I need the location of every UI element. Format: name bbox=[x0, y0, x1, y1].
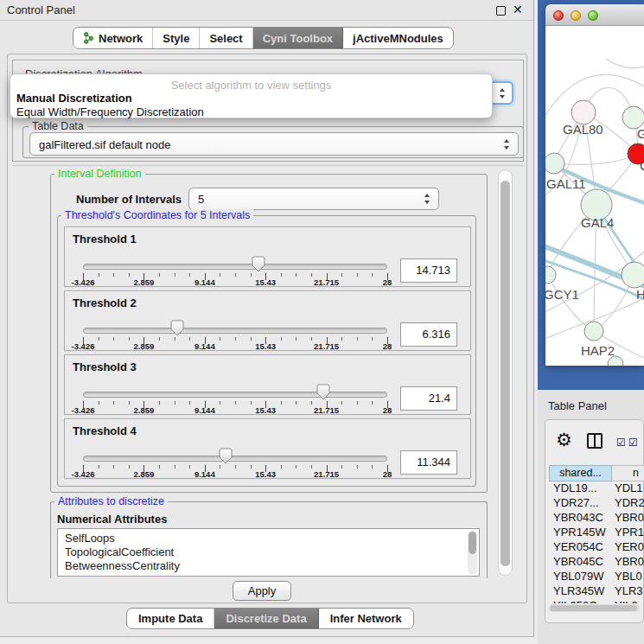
menu-item-equal-width-frequency[interactable]: Equal Width/Frequency Discretization bbox=[16, 105, 204, 118]
tab-infer-network[interactable]: Infer Network bbox=[319, 609, 413, 628]
table-data-legend: Table Data bbox=[29, 120, 87, 132]
float-window-icon[interactable] bbox=[496, 6, 506, 16]
bottom-tabbar: Impute Data Discretize Data Infer Networ… bbox=[126, 608, 414, 629]
number-of-intervals-combobox[interactable]: 5 bbox=[188, 188, 439, 210]
list-item[interactable]: TopologicalCoefficient bbox=[65, 545, 174, 558]
column-header-shared-name[interactable]: shared... bbox=[549, 465, 612, 481]
interval-definition-fieldset: Interval Definition Number of Intervals … bbox=[50, 174, 488, 493]
table-row[interactable]: YPR145WYPR1 bbox=[549, 526, 644, 540]
screen: Control Panel ✕ Network Style Select Cyn… bbox=[0, 0, 644, 644]
gear-icon[interactable]: ⚙ bbox=[556, 430, 572, 449]
tab-discretize-data[interactable]: Discretize Data bbox=[214, 609, 318, 628]
close-traffic-light-icon[interactable] bbox=[553, 10, 564, 21]
threshold-1-slider-track[interactable] bbox=[83, 264, 387, 270]
list-item[interactable]: BetweennessCentrality bbox=[65, 559, 180, 572]
threshold-1-box: Threshold 1 -3.426 2.859 9.144 15.43 bbox=[64, 226, 471, 287]
table-row[interactable]: YDL19...YDL1 bbox=[549, 481, 644, 496]
thresholds-fieldset: Threshold's Coordinates for 5 Intervals … bbox=[57, 215, 476, 487]
checkbox-icon[interactable]: ☑ bbox=[616, 437, 626, 449]
minimize-traffic-light-icon[interactable] bbox=[571, 10, 581, 21]
network-window-titlebar[interactable] bbox=[545, 4, 644, 26]
threshold-1-slider-thumb[interactable] bbox=[252, 256, 265, 273]
node-label-partial-ga: GA bbox=[637, 126, 644, 141]
numerical-attributes-label: Numerical Attributes bbox=[57, 513, 167, 526]
threshold-2-value-field[interactable]: 6.316 bbox=[400, 322, 457, 347]
window-title: Control Panel bbox=[7, 3, 75, 16]
threshold-2-slider-track[interactable] bbox=[83, 328, 387, 334]
threshold-3-value-field[interactable]: 21.4 bbox=[400, 386, 457, 411]
table-data-combobox[interactable]: galFiltered.sif default node bbox=[29, 132, 519, 156]
network-view-window: GAL80 GA C GAL11 GAL4 GCY1 H HAP2 bbox=[538, 0, 644, 390]
threshold-3-slider-thumb[interactable] bbox=[316, 384, 330, 401]
combo-spinner-icon[interactable] bbox=[500, 88, 506, 99]
table-row[interactable]: YDR27...YDR2 bbox=[549, 496, 644, 511]
threshold-2-slider-thumb[interactable] bbox=[170, 320, 184, 337]
threshold-4-slider-thumb[interactable] bbox=[219, 448, 233, 465]
panel-tabbar: Network Style Select Cyni Toolbox jActiv… bbox=[73, 27, 454, 49]
attributes-fieldset: Attributes to discretize Numerical Attri… bbox=[50, 501, 488, 578]
table-horizontal-scrollbar[interactable] bbox=[549, 604, 640, 612]
node-label-gal80: GAL80 bbox=[563, 122, 603, 137]
threshold-1-value-field[interactable]: 14.713 bbox=[400, 258, 457, 283]
network-node-gcy1[interactable] bbox=[545, 266, 556, 284]
node-label-hap2: HAP2 bbox=[581, 343, 615, 358]
node-label-gcy1: GCY1 bbox=[545, 287, 579, 302]
interval-definition-legend: Interval Definition bbox=[54, 168, 145, 180]
algorithm-dropdown-popup: Select algorithm to view settings Manual… bbox=[10, 73, 493, 118]
list-scrollbar[interactable] bbox=[468, 531, 477, 575]
control-panel-window: Control Panel ✕ Network Style Select Cyn… bbox=[0, 0, 534, 637]
node-label-h: H bbox=[636, 287, 644, 302]
zoom-traffic-light-icon[interactable] bbox=[588, 10, 598, 21]
network-node-gal80[interactable] bbox=[571, 100, 596, 124]
network-icon bbox=[83, 32, 94, 44]
attributes-legend: Attributes to discretize bbox=[54, 495, 168, 507]
network-node-gal11[interactable] bbox=[545, 153, 564, 174]
table-data-fieldset: Table Data galFiltered.sif default node bbox=[22, 126, 524, 158]
network-node-hap2[interactable] bbox=[584, 322, 603, 341]
threshold-3-box: Threshold 3 -3.426 2.859 9.144 15.43 bbox=[64, 354, 471, 415]
table-row[interactable]: YER054CYER0 bbox=[549, 540, 644, 555]
list-item[interactable]: SelfLoops bbox=[65, 532, 115, 545]
combo-spinner-icon[interactable] bbox=[424, 194, 430, 204]
scrollbar-thumb[interactable] bbox=[501, 181, 510, 566]
table-panel-box: ⚙ ☑ ☑ shared... n YDL19...YDL1 YDR27...Y… bbox=[545, 419, 644, 623]
combo-spinner-icon[interactable] bbox=[504, 139, 510, 150]
control-panel-titlebar: Control Panel ✕ bbox=[0, 0, 533, 21]
close-icon[interactable]: ✕ bbox=[513, 3, 523, 16]
table-row[interactable]: YBR045CYBR0 bbox=[549, 555, 644, 570]
thresholds-legend: Threshold's Coordinates for 5 Intervals bbox=[61, 209, 253, 221]
number-of-intervals-label: Number of Intervals bbox=[76, 193, 182, 206]
threshold-3-slider-track[interactable] bbox=[83, 392, 387, 398]
scrollbar-thumb[interactable] bbox=[550, 605, 637, 611]
threshold-2-box: Threshold 2 -3.426 2.859 9.144 15.43 bbox=[64, 290, 471, 351]
table-row[interactable]: YBR043CYBR0 bbox=[549, 511, 644, 526]
threshold-4-slider-track[interactable] bbox=[83, 456, 387, 462]
table-header-row: shared... n bbox=[549, 465, 644, 481]
threshold-4-box: Threshold 4 -3.426 2.859 9.144 21.715 bbox=[64, 418, 471, 479]
network-node-h[interactable] bbox=[622, 262, 644, 288]
table-panel: Table Panel ⚙ ☑ ☑ shared... n YDL19...YD… bbox=[538, 390, 644, 644]
split-columns-icon[interactable] bbox=[587, 433, 603, 449]
apply-button[interactable]: Apply bbox=[233, 581, 291, 601]
algorithm-placeholder: Select algorithm to view settings bbox=[10, 79, 492, 92]
menu-item-manual-discretization[interactable]: Manual Discretization bbox=[16, 92, 132, 105]
node-label-gal4: GAL4 bbox=[581, 215, 614, 230]
numerical-attributes-list: SelfLoops TopologicalCoefficient Between… bbox=[57, 528, 480, 577]
table-rows: YDL19...YDL1 YDR27...YDR2 YBR043CYBR0 YP… bbox=[549, 481, 644, 603]
tab-jactivemnodules[interactable]: jActiveMNodules bbox=[343, 28, 453, 48]
settings-vertical-scrollbar[interactable] bbox=[498, 169, 513, 576]
table-row[interactable]: YBL079WYBL0 bbox=[549, 570, 644, 584]
table-row[interactable]: YLR345WYLR3 bbox=[549, 584, 644, 599]
network-canvas[interactable]: GAL80 GA C GAL11 GAL4 GCY1 H HAP2 bbox=[545, 26, 644, 366]
tab-style[interactable]: Style bbox=[153, 28, 200, 48]
tab-impute-data[interactable]: Impute Data bbox=[127, 609, 214, 628]
table-row[interactable]: YIL052CYIL0 bbox=[549, 599, 644, 603]
tab-network[interactable]: Network bbox=[73, 28, 153, 48]
network-mac-window: GAL80 GA C GAL11 GAL4 GCY1 H HAP2 bbox=[545, 4, 644, 366]
checkbox-icon[interactable]: ☑ bbox=[628, 437, 638, 449]
column-header-name[interactable]: n bbox=[612, 465, 644, 481]
threshold-4-value-field[interactable]: 11.344 bbox=[400, 450, 457, 475]
settings-scroll-area: Interval Definition Number of Intervals … bbox=[12, 165, 524, 578]
tab-select[interactable]: Select bbox=[200, 28, 252, 48]
tab-cyni-toolbox[interactable]: Cyni Toolbox bbox=[253, 28, 343, 48]
